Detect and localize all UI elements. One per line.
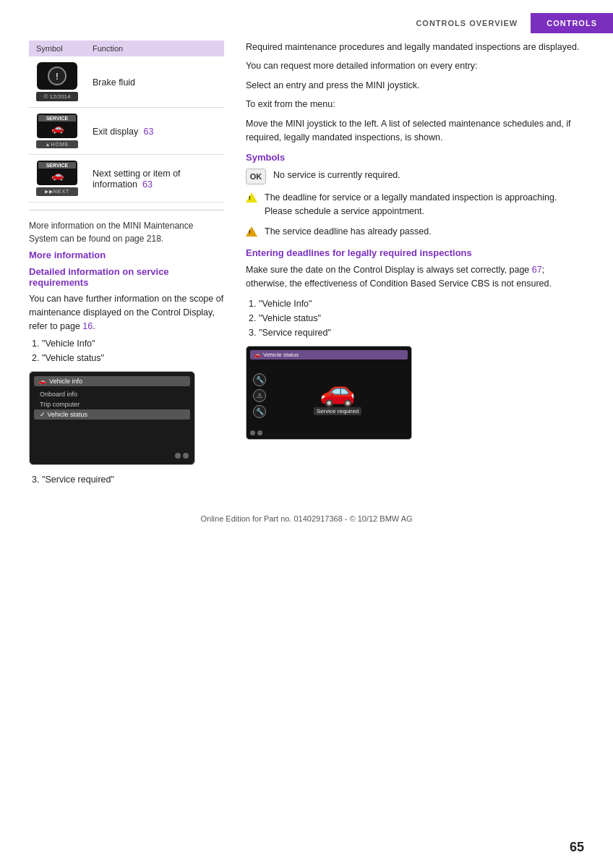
table-divider <box>29 210 224 210</box>
rs-service-label: Service required <box>314 407 361 415</box>
ss-dot-1 <box>175 453 181 459</box>
service-label-exit: SERVICE <box>38 115 76 122</box>
triangle-alert-icon: ! <box>246 226 257 237</box>
entering-body: Make sure the date on the Control Displa… <box>246 263 584 292</box>
next-button-bar: ▶▶NEXT <box>36 187 78 196</box>
page-header: CONTROLS OVERVIEW CONTROLS <box>0 0 613 33</box>
ss-car-icon: 🚗 <box>38 378 46 385</box>
rs-icon-3: 🔧 <box>253 405 266 418</box>
function-cell-next: Next setting or item of information 63 <box>85 155 224 203</box>
warning-description: The deadline for service or a legally ma… <box>265 191 584 218</box>
exit-device-image: SERVICE 🚗 ▲HOME <box>36 114 78 148</box>
alert-description: The service deadline has already passed. <box>265 225 432 239</box>
screenshot-vehicle-status: 🚗 Vehicle status 🔧 ⚠ 🔧 🚗 Service require… <box>246 346 412 440</box>
table-row: SERVICE 🚗 ▶▶NEXT Next setting or item of… <box>29 155 224 203</box>
brake-screen: ! <box>37 62 77 90</box>
car-icon-next: 🚗 <box>51 169 64 181</box>
rs-car-icon: 🚗 <box>254 352 261 358</box>
left-list: "Vehicle Info" "Vehicle status" <box>42 336 224 365</box>
triangle-warning-icon: ! <box>246 192 257 203</box>
function-cell-brake: Brake fluid <box>85 56 224 108</box>
alert-badge: ! <box>246 226 257 239</box>
date-bar: © 12/2014 <box>36 92 78 101</box>
page-link-67[interactable]: 67 <box>532 265 542 275</box>
rs-car-image: 🚗 <box>314 376 361 405</box>
entering-heading: Entering deadlines for legally required … <box>246 247 584 258</box>
right-list-item-1: "Vehicle Info" <box>259 297 584 311</box>
ss-navigation-dots <box>34 451 190 460</box>
more-info-heading: More information <box>29 250 224 260</box>
next-screen: SERVICE 🚗 <box>37 161 77 185</box>
ok-badge: OK <box>246 169 266 184</box>
detailed-body-text: You can have further information on the … <box>29 292 224 333</box>
symbol-row-ok: OK No service is currently required. <box>246 169 584 184</box>
screenshot-vehicle-info: 🚗 Vehicle info Onboard info Trip compute… <box>29 371 195 465</box>
symbol-cell-next: SERVICE 🚗 ▶▶NEXT <box>29 155 85 203</box>
list-item-1: "Vehicle Info" <box>42 336 224 351</box>
right-body-5: Move the MINI joystick to the left. A li… <box>246 117 584 145</box>
rs-icon-2: ⚠ <box>253 389 266 402</box>
symbol-cell-brake: ! © 12/2014 <box>29 56 85 108</box>
brake-function-text: Brake fluid <box>93 77 135 88</box>
rs-title-bar: 🚗 Vehicle status <box>250 350 408 359</box>
rs-dot-2 <box>257 430 262 435</box>
warning-badge: ! <box>246 192 257 205</box>
maintenance-info-text: More information on the MINI Maintenance… <box>29 219 224 245</box>
next-function-text: Next setting or item of information <box>93 169 181 190</box>
table-row: SERVICE 🚗 ▲HOME Exit display 63 <box>29 108 224 155</box>
brake-device-image: ! © 12/2014 <box>36 62 78 101</box>
ss-vehicle-status-text: Vehicle status <box>48 411 88 418</box>
entering-body-text: Make sure the date on the Control Displa… <box>246 265 552 289</box>
page-link-16[interactable]: 16 <box>82 321 93 331</box>
next-link[interactable]: 63 <box>142 179 153 190</box>
rs-car-area: 🚗 Service required <box>270 376 405 415</box>
table-row: ! © 12/2014 Brake fluid <box>29 56 224 108</box>
exit-screen: SERVICE 🚗 <box>37 114 77 138</box>
service-label-next: SERVICE <box>38 162 76 169</box>
rs-bottom-bar <box>250 430 408 435</box>
function-cell-exit: Exit display 63 <box>85 108 224 155</box>
brake-icon-circle: ! <box>48 67 67 85</box>
exit-link[interactable]: 63 <box>143 127 153 137</box>
rs-body: 🔧 ⚠ 🔧 🚗 Service required <box>250 362 408 429</box>
ok-text: OK <box>250 172 262 181</box>
left-list-continued: "Service required" <box>42 472 224 487</box>
footer-text: Online Edition for Part no. 01402917368 … <box>200 514 412 523</box>
ss-title-text: Vehicle info <box>49 378 82 385</box>
symbol-row-alert: ! The service deadline has already passe… <box>246 225 584 239</box>
rs-icons-col: 🔧 ⚠ 🔧 <box>253 373 266 418</box>
table-header-symbol: Symbol <box>29 41 85 56</box>
ss-title-bar: 🚗 Vehicle info <box>34 376 190 386</box>
list-item-3: "Service required" <box>42 472 224 487</box>
detailed-info-heading: Detailed information on service requirem… <box>29 266 224 288</box>
ss-menu-trip: Trip computer <box>34 399 190 409</box>
symbol-row-warning: ! The deadline for service or a legally … <box>246 191 584 218</box>
ss-checkmark: ✓ <box>40 411 46 418</box>
ss-menu-onboard: Onboard info <box>34 389 190 399</box>
rs-dot-row <box>250 430 262 435</box>
right-body-2: You can request more detailed informatio… <box>246 59 584 73</box>
list-item-2: "Vehicle status" <box>42 351 224 365</box>
symbol-cell-exit: SERVICE 🚗 ▲HOME <box>29 108 85 155</box>
ss-dot-2 <box>183 453 189 459</box>
rs-dot-1 <box>250 430 255 435</box>
brake-symbol-text: ! <box>56 71 59 82</box>
controls-overview-tab: CONTROLS OVERVIEW <box>403 13 531 33</box>
detailed-body-text-content: You can have further information on the … <box>29 294 223 331</box>
main-content: Symbol Function ! © 12/2014 <box>0 41 613 493</box>
home-button-bar: ▲HOME <box>36 140 78 148</box>
right-list-item-3: "Service required" <box>259 326 584 340</box>
right-list: "Vehicle Info" "Vehicle status" "Service… <box>259 297 584 340</box>
ok-description: No service is currently required. <box>273 169 400 182</box>
right-body-4: To exit from the menu: <box>246 98 584 111</box>
table-header-function: Function <box>85 41 224 56</box>
controls-tab: CONTROLS <box>531 13 613 33</box>
page-number: 65 <box>570 840 584 855</box>
right-body-3: Select an entry and press the MINI joyst… <box>246 79 584 93</box>
ss-menu-vehicle-status: ✓ Vehicle status <box>34 409 190 420</box>
rs-icon-1: 🔧 <box>253 373 266 386</box>
right-column: Required maintenance procedures and lega… <box>246 41 584 493</box>
right-list-item-2: "Vehicle status" <box>259 311 584 326</box>
exit-function-text: Exit display <box>93 127 138 137</box>
left-column: Symbol Function ! © 12/2014 <box>29 41 224 493</box>
